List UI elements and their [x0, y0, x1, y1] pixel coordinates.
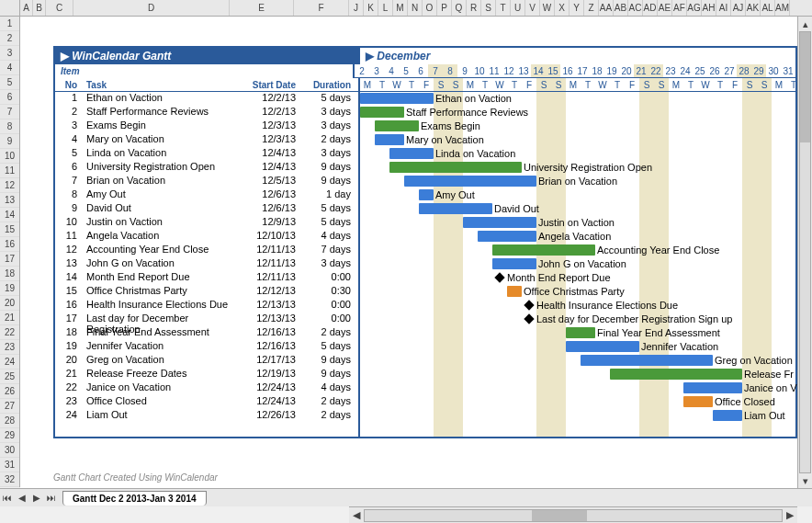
- gantt-bar[interactable]: [610, 369, 742, 380]
- col-header[interactable]: AE: [658, 0, 672, 16]
- cell-dur[interactable]: 3 days: [303, 106, 358, 119]
- row-header[interactable]: 29: [0, 428, 19, 443]
- col-header[interactable]: AK: [746, 0, 761, 16]
- col-header[interactable]: AL: [761, 0, 775, 16]
- cell-task[interactable]: Health Insurance Elections Due: [83, 299, 239, 313]
- cell-no[interactable]: 11: [55, 230, 83, 244]
- cell-no[interactable]: 19: [55, 340, 83, 354]
- cell-start[interactable]: 12/6/13: [239, 202, 303, 216]
- cell-start[interactable]: 12/24/13: [239, 381, 303, 395]
- cell-no[interactable]: 22: [55, 381, 83, 395]
- row-header[interactable]: 12: [0, 178, 19, 193]
- col-header[interactable]: S: [481, 0, 496, 16]
- cell-no[interactable]: 7: [55, 175, 83, 188]
- cell-start[interactable]: 12/3/13: [239, 133, 303, 147]
- cell-task[interactable]: Liam Out: [83, 409, 239, 423]
- row-header[interactable]: 5: [0, 75, 19, 90]
- col-header[interactable]: X: [555, 0, 570, 16]
- row-header[interactable]: 6: [0, 90, 19, 105]
- row-header[interactable]: 3: [0, 46, 19, 61]
- row-header[interactable]: 15: [0, 222, 19, 237]
- gantt-bar[interactable]: [419, 189, 434, 200]
- col-header[interactable]: D: [73, 0, 230, 16]
- cell-dur[interactable]: 0:30: [303, 285, 358, 299]
- cell-task[interactable]: Linda on Vacation: [83, 147, 239, 161]
- cell-start[interactable]: 12/10/13: [239, 230, 303, 244]
- milestone-icon[interactable]: [494, 272, 504, 282]
- col-header[interactable]: M: [393, 0, 408, 16]
- cell-no[interactable]: 16: [55, 299, 83, 313]
- row-header[interactable]: 32: [0, 472, 19, 487]
- row-header[interactable]: 23: [0, 340, 19, 355]
- cell-dur[interactable]: 0:00: [303, 271, 358, 285]
- cell-task[interactable]: Office Christmas Party: [83, 285, 239, 299]
- col-header[interactable]: AJ: [731, 0, 746, 16]
- cell-no[interactable]: 3: [55, 119, 83, 133]
- row-header[interactable]: 13: [0, 193, 19, 208]
- cell-task[interactable]: Last day for December Registration: [83, 313, 239, 326]
- cell-dur[interactable]: 4 days: [303, 381, 358, 395]
- cell-no[interactable]: 17: [55, 313, 83, 326]
- gantt-bar[interactable]: [566, 327, 595, 338]
- row-header[interactable]: 14: [0, 208, 19, 222]
- col-header[interactable]: Z: [584, 0, 599, 16]
- cell-no[interactable]: 18: [55, 326, 83, 340]
- cell-dur[interactable]: 3 days: [303, 257, 358, 271]
- row-header[interactable]: 25: [0, 370, 19, 384]
- col-header[interactable]: W: [540, 0, 555, 16]
- row-header[interactable]: 10: [0, 149, 19, 164]
- cell-dur[interactable]: 3 days: [303, 147, 358, 161]
- row-header[interactable]: 4: [0, 61, 19, 75]
- cell-start[interactable]: 12/11/13: [239, 257, 303, 271]
- cell-dur[interactable]: 0:00: [303, 313, 358, 326]
- cell-no[interactable]: 15: [55, 285, 83, 299]
- col-header[interactable]: A: [20, 0, 33, 16]
- cell-task[interactable]: Office Closed: [83, 395, 239, 409]
- cell-dur[interactable]: 2 days: [303, 133, 358, 147]
- cell-start[interactable]: 12/19/13: [239, 368, 303, 381]
- row-header[interactable]: 24: [0, 355, 19, 370]
- row-header[interactable]: 7: [0, 105, 19, 119]
- hscroll-track[interactable]: [364, 509, 783, 522]
- gantt-bar[interactable]: [389, 162, 522, 173]
- gantt-bar[interactable]: [375, 134, 404, 145]
- cell-start[interactable]: 12/3/13: [239, 119, 303, 133]
- col-header[interactable]: AA: [599, 0, 614, 16]
- scroll-right-icon[interactable]: ▶: [783, 509, 797, 521]
- cell-dur[interactable]: 5 days: [303, 202, 358, 216]
- gantt-bar[interactable]: [360, 107, 404, 118]
- gantt-bar[interactable]: [404, 176, 536, 187]
- cell-start[interactable]: 12/4/13: [239, 147, 303, 161]
- cell-start[interactable]: 12/4/13: [239, 161, 303, 175]
- gantt-bar[interactable]: [507, 286, 522, 297]
- cell-dur[interactable]: 7 days: [303, 244, 358, 257]
- scroll-up-icon[interactable]: ▴: [798, 17, 812, 31]
- cell-no[interactable]: 6: [55, 161, 83, 175]
- cell-dur[interactable]: 0:00: [303, 299, 358, 313]
- gantt-bar[interactable]: [360, 93, 434, 104]
- gantt-bar[interactable]: [419, 203, 492, 214]
- cell-task[interactable]: University Registration Open: [83, 161, 239, 175]
- col-header[interactable]: Y: [570, 0, 584, 16]
- col-header[interactable]: R: [467, 0, 481, 16]
- cell-dur[interactable]: 3 days: [303, 119, 358, 133]
- gantt-bar[interactable]: [683, 382, 742, 393]
- cell-task[interactable]: Janice on Vacation: [83, 381, 239, 395]
- cell-dur[interactable]: 4 days: [303, 230, 358, 244]
- cell-task[interactable]: Jennifer Vacation: [83, 340, 239, 354]
- tab-prev-icon[interactable]: ◀: [15, 493, 29, 503]
- hscroll-thumb[interactable]: [532, 510, 587, 521]
- vscroll-thumb[interactable]: [800, 32, 810, 142]
- scroll-down-icon[interactable]: ▾: [798, 473, 812, 488]
- col-header[interactable]: V: [525, 0, 540, 16]
- col-header[interactable]: AM: [775, 0, 790, 16]
- cell-dur[interactable]: 1 day: [303, 188, 358, 202]
- cell-task[interactable]: Mary on Vacation: [83, 133, 239, 147]
- row-header[interactable]: 8: [0, 119, 19, 134]
- gantt-bar[interactable]: [581, 355, 713, 366]
- cell-start[interactable]: 12/12/13: [239, 285, 303, 299]
- cell-task[interactable]: David Out: [83, 202, 239, 216]
- cell-no[interactable]: 12: [55, 244, 83, 257]
- cell-task[interactable]: Exams Begin: [83, 119, 239, 133]
- tab-first-icon[interactable]: ⏮: [0, 493, 15, 503]
